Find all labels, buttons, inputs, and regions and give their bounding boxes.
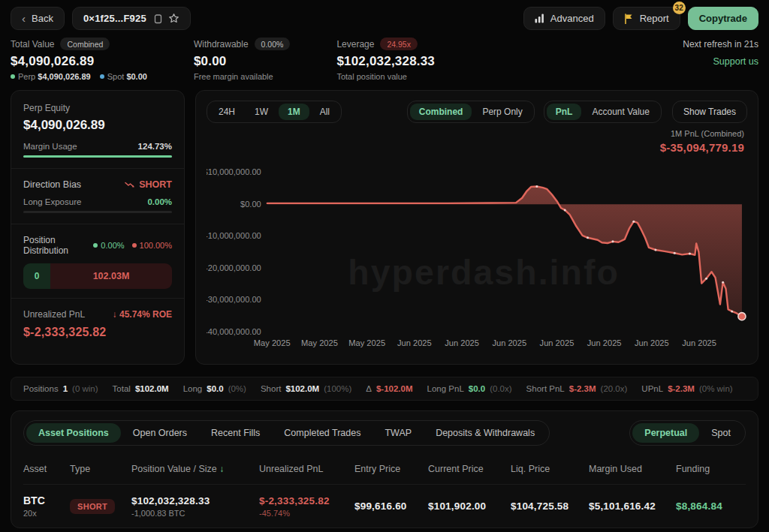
perp-equity-label: Perp Equity	[23, 103, 172, 113]
long-exposure-bar	[23, 211, 172, 213]
show-trades-button[interactable]: Show Trades	[672, 101, 747, 123]
svg-text:$-30,000,000.00: $-30,000,000.00	[207, 295, 261, 304]
svg-text:Jun 2025: Jun 2025	[397, 338, 432, 347]
position-distribution-bar: 0 102.03M	[23, 263, 172, 289]
pnl-chart[interactable]: hyperdash.info $10,000,000.00$0.00$-10,0…	[207, 155, 747, 359]
copy-icon[interactable]	[152, 14, 162, 24]
col-type: Type	[70, 453, 131, 485]
svg-text:$0.00: $0.00	[240, 200, 261, 209]
combined-badge: Combined	[60, 38, 110, 50]
star-icon[interactable]	[168, 13, 179, 24]
market-type-tabs: Perpetual Spot	[629, 420, 746, 446]
withdrawable-sub: Free margin available	[194, 72, 273, 81]
report-badge: 32	[673, 2, 686, 14]
chart-panel: 24H 1W 1M All Combined Perp Only PnL Acc…	[195, 90, 758, 365]
view-group: PnL Account Value	[544, 101, 662, 123]
mode-combined[interactable]: Combined	[410, 104, 472, 120]
summary-short: Short$102.0M(100%)	[261, 384, 351, 393]
stat-total-value: Total Value Combined $4,090,026.89 Perp …	[11, 38, 147, 81]
margin-usage-bar	[23, 155, 172, 158]
tab-spot[interactable]: Spot	[699, 423, 743, 443]
view-account-value[interactable]: Account Value	[583, 104, 659, 120]
col-liq-price[interactable]: Liq. Price	[511, 453, 589, 485]
flag-icon	[624, 14, 634, 24]
col-entry-price[interactable]: Entry Price	[354, 453, 428, 485]
back-button[interactable]: ‹ Back	[11, 7, 65, 30]
distribution-label: Position Distribution	[23, 235, 93, 256]
view-pnl[interactable]: PnL	[547, 104, 582, 120]
roe-value: ↓ 45.74% ROE	[113, 309, 172, 320]
long-exposure-value: 0.00%	[147, 197, 172, 206]
direction-bias-value: SHORT	[125, 179, 172, 190]
col-margin-used[interactable]: Margin Used	[589, 453, 676, 485]
leverage-sub: Total position value	[336, 72, 407, 81]
account-stats: Total Value Combined $4,090,026.89 Perp …	[0, 33, 769, 81]
range-1w[interactable]: 1W	[246, 104, 277, 120]
support-us-link[interactable]: Support us	[683, 56, 758, 67]
copytrade-button[interactable]: Copytrade	[688, 7, 758, 30]
row-liq-price: $104,725.58	[511, 500, 583, 512]
row-unrealized-pnl: $-2,333,325.82	[259, 495, 348, 506]
mode-perp-only[interactable]: Perp Only	[473, 104, 531, 120]
asset-symbol: BTC	[23, 494, 64, 506]
positions-summary-bar: Positions1(0 win) Total$102.0M Long$0.0(…	[11, 377, 758, 401]
sort-down-icon: ↓	[219, 464, 224, 474]
perp-equity-value: $4,090,026.89	[23, 118, 172, 133]
positions-section: Asset Positions Open Orders Recent Fills…	[11, 410, 758, 528]
chart-pnl-value: $-35,094,779.19	[210, 141, 744, 154]
stat-withdrawable: Withdrawable 0.00% $0.00 Free margin ava…	[194, 38, 290, 81]
withdrawable-badge: 0.00%	[255, 38, 291, 50]
tab-asset-positions[interactable]: Asset Positions	[26, 423, 121, 443]
svg-text:Jun 2025: Jun 2025	[587, 338, 622, 347]
col-position-value[interactable]: Position Value / Size ↓	[131, 453, 259, 485]
col-funding[interactable]: Funding	[676, 453, 746, 485]
report-button[interactable]: Report	[613, 7, 680, 30]
range-24h[interactable]: 24H	[210, 104, 244, 120]
advanced-button[interactable]: Advanced	[523, 7, 605, 30]
svg-text:$-20,000,000.00: $-20,000,000.00	[207, 263, 261, 272]
tab-completed-trades[interactable]: Completed Trades	[272, 423, 372, 443]
range-all[interactable]: All	[311, 104, 339, 120]
row-funding: $8,864.84	[676, 500, 740, 512]
svg-text:Jun 2025: Jun 2025	[682, 338, 716, 347]
svg-text:hyperdash.info: hyperdash.info	[348, 253, 620, 292]
summary-long: Long$0.0(0%)	[183, 384, 246, 393]
long-exposure-label: Long Exposure	[23, 197, 81, 206]
advanced-label: Advanced	[550, 13, 594, 24]
tab-recent-fills[interactable]: Recent Fills	[199, 423, 272, 443]
summary-upnl: UPnL$-2.3M(0% win)	[641, 384, 732, 393]
spot-breakdown: Spot $0.00	[100, 72, 147, 81]
tab-perpetual[interactable]: Perpetual	[632, 423, 699, 443]
direction-bias-label: Direction Bias	[23, 179, 81, 190]
margin-usage-label: Margin Usage	[23, 142, 77, 151]
bar-chart-icon	[535, 14, 544, 23]
asset-leverage: 20x	[23, 509, 64, 518]
total-value-label: Total Value	[11, 39, 54, 50]
leverage-value: $102,032,328.33	[336, 54, 435, 69]
position-value: $102,032,328.33	[131, 495, 253, 506]
svg-text:$-10,000,000.00: $-10,000,000.00	[207, 231, 261, 240]
dist-short-pct: 100.00%	[132, 241, 172, 250]
table-header-row: Asset Type Position Value / Size ↓ Unrea…	[23, 453, 746, 485]
summary-total: Total$102.0M	[113, 384, 169, 393]
refresh-countdown: Next refresh in 21s	[683, 39, 758, 50]
spot-dot-icon	[100, 74, 104, 79]
mode-group: Combined Perp Only	[407, 101, 535, 123]
wallet-address-pill[interactable]: 0×1f25...F925	[72, 7, 191, 30]
row-margin-used: $5,101,616.42	[589, 500, 670, 512]
table-row[interactable]: BTC 20x SHORT $102,032,328.33 -1,000.83 …	[23, 485, 746, 528]
svg-text:$-40,000,000.00: $-40,000,000.00	[207, 327, 261, 336]
account-panel: Perp Equity $4,090,026.89 Margin Usage 1…	[11, 90, 185, 365]
col-unrealized-pnl[interactable]: Unrealized PnL	[259, 453, 354, 485]
range-1m[interactable]: 1M	[279, 104, 309, 120]
total-value: $4,090,026.89	[11, 54, 147, 69]
tab-open-orders[interactable]: Open Orders	[121, 423, 199, 443]
col-current-price[interactable]: Current Price	[428, 453, 511, 485]
leverage-label: Leverage	[336, 39, 374, 50]
position-size: -1,000.83 BTC	[131, 509, 253, 518]
tab-deposits-withdrawals[interactable]: Deposits & Withdrawals	[424, 423, 547, 443]
summary-short-pnl: Short PnL$-2.3M(20.0x)	[526, 384, 628, 393]
svg-text:May 2025: May 2025	[348, 338, 385, 347]
tab-twap[interactable]: TWAP	[372, 423, 424, 443]
svg-text:May 2025: May 2025	[301, 338, 338, 347]
